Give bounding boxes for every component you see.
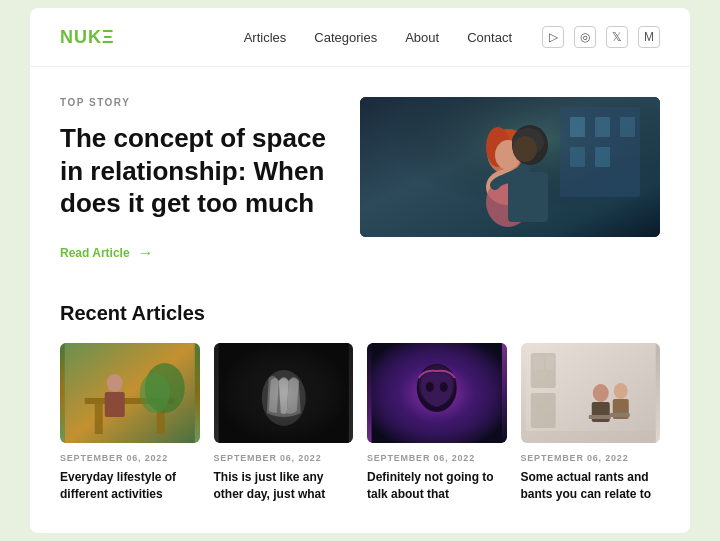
article-title-4: Some actual rants and bants you can rela…	[521, 469, 661, 503]
svg-rect-48	[525, 431, 655, 443]
instagram-icon[interactable]: ◎	[574, 26, 596, 48]
article-card-2[interactable]: SEPTEMBER 06, 2022 This is just like any…	[214, 343, 354, 503]
recent-articles-title: Recent Articles	[60, 302, 660, 325]
article-title-1: Everyday lifestyle of different activiti…	[60, 469, 200, 503]
nav-contact[interactable]: Contact	[467, 30, 512, 45]
svg-point-35	[426, 382, 434, 392]
article-title-3: Definitely not going to talk about that	[367, 469, 507, 503]
svg-rect-46	[588, 415, 610, 419]
svg-rect-27	[105, 392, 125, 417]
svg-rect-6	[620, 117, 635, 137]
article-title-2: This is just like any other day, just wh…	[214, 469, 354, 503]
svg-point-26	[107, 374, 123, 392]
recent-section: Recent Articles	[30, 282, 690, 513]
articles-grid: SEPTEMBER 06, 2022 Everyday lifestyle of…	[60, 343, 660, 503]
svg-rect-22	[95, 404, 103, 434]
nav-categories[interactable]: Categories	[314, 30, 377, 45]
svg-point-44	[613, 383, 627, 399]
logo[interactable]: NUKΞ	[60, 27, 115, 48]
nav-articles[interactable]: Articles	[244, 30, 287, 45]
navbar: NUKΞ Articles Categories About Contact ▷…	[30, 8, 690, 67]
read-article-label: Read Article	[60, 246, 130, 260]
hero-image	[360, 97, 660, 237]
logo-green: Ξ	[102, 27, 115, 47]
hero-image-svg	[360, 97, 660, 237]
nav-links: Articles Categories About Contact	[244, 28, 512, 46]
hero-title: The concept of space in relationship: Wh…	[60, 122, 330, 220]
svg-rect-40	[545, 356, 553, 370]
main-card: NUKΞ Articles Categories About Contact ▷…	[30, 8, 690, 532]
article-card-4[interactable]: SEPTEMBER 06, 2022 Some actual rants and…	[521, 343, 661, 503]
svg-rect-41	[530, 393, 555, 428]
article-thumb-3	[367, 343, 507, 443]
hero-content: TOP STORY The concept of space in relati…	[60, 97, 330, 262]
article-card-1[interactable]: SEPTEMBER 06, 2022 Everyday lifestyle of…	[60, 343, 200, 503]
svg-rect-8	[595, 147, 610, 167]
article-date-4: SEPTEMBER 06, 2022	[521, 453, 661, 463]
nav-social-icons: ▷ ◎ 𝕏 M	[542, 26, 660, 48]
hero-section: TOP STORY The concept of space in relati…	[30, 67, 690, 282]
svg-point-17	[513, 136, 537, 162]
article-date-1: SEPTEMBER 06, 2022	[60, 453, 200, 463]
medium-icon[interactable]: M	[638, 26, 660, 48]
svg-rect-39	[533, 356, 543, 370]
nav-about[interactable]: About	[405, 30, 439, 45]
twitter-icon[interactable]: 𝕏	[606, 26, 628, 48]
svg-rect-7	[570, 147, 585, 167]
youtube-icon[interactable]: ▷	[542, 26, 564, 48]
svg-point-25	[140, 373, 170, 413]
svg-rect-4	[570, 117, 585, 137]
svg-point-36	[440, 382, 448, 392]
article-card-3[interactable]: SEPTEMBER 06, 2022 Definitely not going …	[367, 343, 507, 503]
top-story-label: TOP STORY	[60, 97, 330, 108]
logo-black: NUK	[60, 27, 102, 47]
article-thumb-4	[521, 343, 661, 443]
svg-rect-47	[609, 413, 629, 417]
read-article-link[interactable]: Read Article →	[60, 244, 330, 262]
svg-point-42	[592, 384, 608, 402]
article-date-3: SEPTEMBER 06, 2022	[367, 453, 507, 463]
svg-rect-5	[595, 117, 610, 137]
article-date-2: SEPTEMBER 06, 2022	[214, 453, 354, 463]
article-thumb-1	[60, 343, 200, 443]
article-thumb-2	[214, 343, 354, 443]
svg-rect-30	[218, 343, 348, 443]
arrow-right-icon: →	[138, 244, 154, 262]
